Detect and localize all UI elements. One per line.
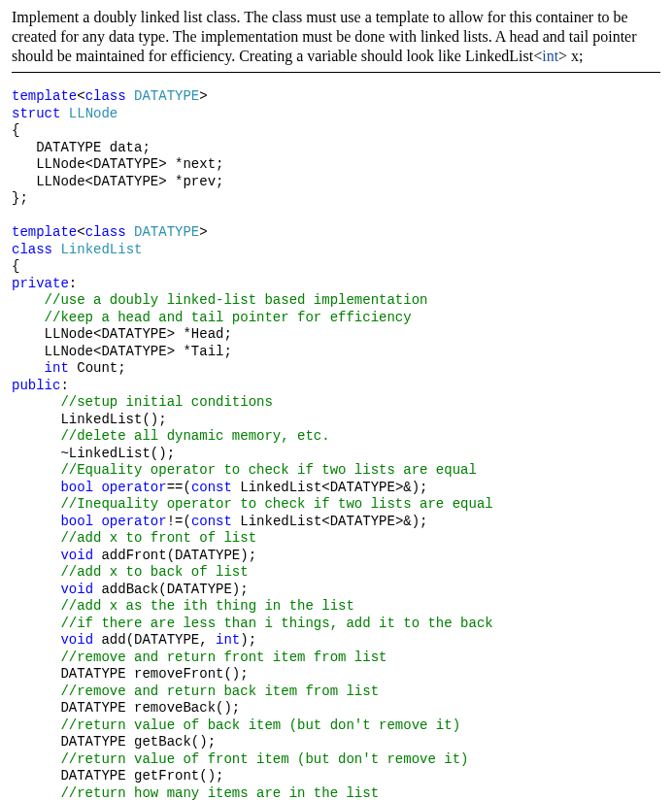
code-token: LinkedList bbox=[60, 242, 142, 257]
code-token: void bbox=[60, 632, 93, 648]
code-comment: //remove and return front item from list bbox=[12, 650, 386, 665]
code-line: LLNode<DATATYPE> *Head; bbox=[12, 326, 232, 342]
code-token: void bbox=[60, 582, 93, 597]
code-token: operator bbox=[101, 480, 166, 495]
code-token bbox=[126, 88, 134, 104]
code-comment: //use a doubly linked-list based impleme… bbox=[12, 292, 427, 308]
code-line: DATATYPE removeFront(); bbox=[12, 666, 249, 682]
code-token bbox=[12, 480, 60, 495]
code-token bbox=[12, 548, 60, 563]
code-line: LinkedList(); bbox=[12, 412, 167, 427]
code-token: : bbox=[69, 276, 77, 291]
code-token: template bbox=[12, 224, 77, 240]
code-comment: //return value of back item (but don't r… bbox=[12, 717, 460, 733]
code-line: LLNode<DATATYPE> *prev; bbox=[12, 174, 223, 189]
code-comment: //add x to back of list bbox=[12, 564, 249, 580]
code-token: public bbox=[12, 378, 60, 393]
code-token bbox=[12, 360, 45, 376]
code-token: bool bbox=[60, 480, 93, 495]
code-token: LinkedList<DATATYPE>&); bbox=[232, 480, 428, 495]
code-token: class bbox=[12, 242, 52, 257]
code-token: DATATYPE bbox=[134, 224, 199, 240]
code-token bbox=[12, 632, 60, 648]
code-token bbox=[12, 582, 60, 597]
code-comment: //return how many items are in the list bbox=[12, 785, 379, 801]
code-token: LinkedList<DATATYPE>&); bbox=[232, 514, 428, 529]
code-token: LLNode bbox=[69, 106, 118, 121]
code-token: addBack(DATATYPE); bbox=[93, 582, 249, 597]
code-token: template bbox=[12, 88, 77, 104]
code-token: ); bbox=[240, 632, 256, 648]
code-block: template<class DATATYPE> struct LLNode {… bbox=[12, 88, 660, 800]
code-token: int bbox=[216, 632, 240, 648]
code-token: add(DATATYPE, bbox=[93, 632, 216, 648]
code-token: private bbox=[12, 276, 69, 291]
code-comment: //delete all dynamic memory, etc. bbox=[12, 428, 330, 444]
code-token: class bbox=[85, 224, 126, 240]
code-line: { bbox=[12, 122, 19, 138]
description-type-highlight: int bbox=[542, 48, 558, 64]
code-token: operator bbox=[101, 514, 166, 529]
code-token: int bbox=[45, 360, 69, 376]
code-token bbox=[126, 224, 134, 240]
description-text-2: > x; bbox=[558, 48, 583, 64]
code-token: < bbox=[77, 224, 84, 240]
code-comment: //if there are less than i things, add i… bbox=[12, 616, 493, 631]
code-comment: //remove and return back item from list bbox=[12, 683, 379, 699]
code-token: addFront(DATATYPE); bbox=[93, 548, 256, 563]
code-comment: //Inequality operator to check if two li… bbox=[12, 496, 493, 512]
code-token: class bbox=[85, 88, 126, 104]
code-comment: //Equality operator to check if two list… bbox=[12, 462, 477, 478]
code-token: const bbox=[191, 480, 232, 495]
code-token: ==( bbox=[167, 480, 191, 495]
code-token bbox=[60, 106, 68, 121]
code-comment: //setup initial conditions bbox=[12, 394, 273, 410]
code-line: }; bbox=[12, 190, 28, 206]
code-token bbox=[12, 514, 60, 529]
code-comment: //return value of front item (but don't … bbox=[12, 751, 468, 767]
code-token: > bbox=[199, 224, 207, 240]
code-line: DATATYPE getFront(); bbox=[12, 768, 223, 783]
problem-description: Implement a doubly linked list class. Th… bbox=[12, 8, 660, 66]
code-token: DATATYPE bbox=[134, 88, 199, 104]
code-token: !=( bbox=[167, 514, 191, 529]
code-comment: //keep a head and tail pointer for effic… bbox=[12, 310, 412, 325]
code-line: DATATYPE removeBack(); bbox=[12, 700, 240, 716]
code-token: > bbox=[199, 88, 207, 104]
code-token: void bbox=[60, 548, 93, 563]
code-comment: //add x to front of list bbox=[12, 530, 256, 546]
code-token: : bbox=[60, 378, 68, 393]
code-line: DATATYPE data; bbox=[12, 140, 151, 155]
code-token: const bbox=[191, 514, 232, 529]
code-token: bool bbox=[60, 514, 93, 529]
code-token: struct bbox=[12, 106, 60, 121]
code-line: ~LinkedList(); bbox=[12, 446, 175, 461]
code-line: { bbox=[12, 258, 19, 274]
separator-line bbox=[12, 72, 660, 73]
code-line: LLNode<DATATYPE> *next; bbox=[12, 156, 223, 172]
code-token: Count; bbox=[69, 360, 126, 376]
code-line: LLNode<DATATYPE> *Tail; bbox=[12, 344, 232, 359]
code-line: DATATYPE getBack(); bbox=[12, 734, 216, 750]
code-comment: //add x as the ith thing in the list bbox=[12, 598, 354, 614]
code-token: < bbox=[77, 88, 84, 104]
